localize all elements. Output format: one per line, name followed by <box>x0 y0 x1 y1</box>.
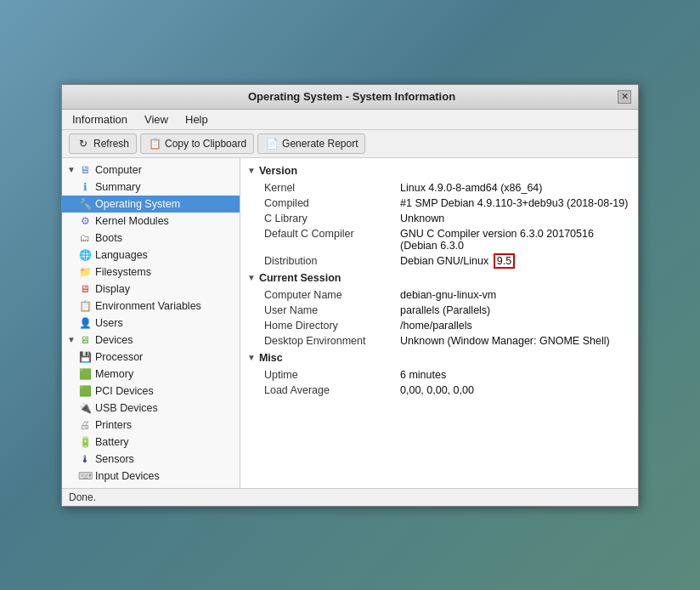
sidebar-item-usb[interactable]: 🔌 USB Devices <box>62 400 240 417</box>
sidebar-item-kernel[interactable]: ⚙ Kernel Modules <box>62 213 240 230</box>
section-misc[interactable]: ▼ Misc <box>240 349 638 367</box>
sidebar-item-os[interactable]: 🔧 Operating System <box>62 196 240 213</box>
sidebar-item-sensors[interactable]: 🌡 Sensors <box>62 451 240 468</box>
misc-expand-icon: ▼ <box>247 353 256 362</box>
row-uptime: Uptime 6 minutes <box>240 367 638 383</box>
username-field-label: User Name <box>264 304 400 316</box>
compiled-field-label: Compiled <box>264 197 400 209</box>
section-version[interactable]: ▼ Version <box>240 162 638 180</box>
sidebar-item-battery[interactable]: 🔋 Battery <box>62 434 240 451</box>
row-compiled: Compiled #1 SMP Debian 4.9.110-3+deb9u3 … <box>240 196 638 211</box>
menubar: Information View Help <box>62 110 638 130</box>
username-field-value: parallels (Parallels) <box>400 304 631 316</box>
version-expand-icon: ▼ <box>247 166 256 175</box>
summary-icon: ℹ <box>77 180 93 194</box>
loadavg-field-value: 0,00, 0,00, 0,00 <box>400 384 631 396</box>
os-label: Operating System <box>95 198 180 210</box>
distribution-version-highlighted: 9.5 <box>494 253 515 269</box>
uptime-field-value: 6 minutes <box>400 369 631 381</box>
row-desktop: Desktop Environment Unknown (Window Mana… <box>240 333 638 349</box>
pci-icon: 🟩 <box>77 384 93 398</box>
sidebar-item-filesystems[interactable]: 📁 Filesystems <box>62 264 240 281</box>
devices-label: Devices <box>95 334 133 346</box>
generate-report-button[interactable]: 📄 Generate Report <box>257 133 365 154</box>
detail-pane: ▼ Version Kernel Linux 4.9.0-8-amd64 (x8… <box>240 158 638 488</box>
memory-label: Memory <box>95 368 133 380</box>
input-label: Input Devices <box>95 470 160 482</box>
defaultcc-field-label: Default C Compiler <box>264 228 400 252</box>
report-label: Generate Report <box>282 138 358 150</box>
session-expand-icon: ▼ <box>247 273 256 282</box>
row-computername: Computer Name debian-gnu-linux-vm <box>240 287 638 303</box>
sidebar-item-input[interactable]: ⌨ Input Devices <box>62 468 240 485</box>
sidebar: ▼ 🖥 Computer ℹ Summary 🔧 Operating Syste… <box>62 158 240 488</box>
boot-icon: 🗂 <box>77 231 93 245</box>
display-icon: 🖥 <box>77 282 93 296</box>
menu-help[interactable]: Help <box>182 111 212 128</box>
kernel-icon: ⚙ <box>77 214 93 228</box>
sidebar-item-devices[interactable]: ▼ 🖥 Devices <box>62 332 240 349</box>
computername-field-value: debian-gnu-linux-vm <box>400 289 631 301</box>
sidebar-item-printers[interactable]: 🖨 Printers <box>62 417 240 434</box>
refresh-button[interactable]: ↻ Refresh <box>69 133 137 154</box>
row-loadavg: Load Average 0,00, 0,00, 0,00 <box>240 383 638 398</box>
sensors-icon: 🌡 <box>77 452 93 466</box>
devices-expand-arrow: ▼ <box>65 335 77 344</box>
usb-icon: 🔌 <box>77 401 93 415</box>
statusbar: Done. <box>62 488 638 506</box>
menu-view[interactable]: View <box>141 111 172 128</box>
envvar-icon: 📋 <box>77 299 93 313</box>
menu-information[interactable]: Information <box>69 111 131 128</box>
processor-label: Processor <box>95 351 143 363</box>
row-kernel: Kernel Linux 4.9.0-8-amd64 (x86_64) <box>240 180 638 196</box>
os-icon: 🔧 <box>77 197 93 211</box>
clibrary-field-label: C Library <box>264 213 400 224</box>
desktop-field-value: Unknown (Window Manager: GNOME Shell) <box>400 335 631 347</box>
distribution-field-value: Debian GNU/Linux 9.5 <box>400 255 631 267</box>
sidebar-item-languages[interactable]: 🌐 Languages <box>62 247 240 264</box>
kernel-field-label: Kernel <box>264 182 400 194</box>
sensors-label: Sensors <box>95 453 134 465</box>
envvars-label: Environment Variables <box>95 300 201 312</box>
users-icon: 👤 <box>77 316 93 330</box>
boots-label: Boots <box>95 232 122 244</box>
display-label: Display <box>95 283 130 295</box>
sidebar-item-users[interactable]: 👤 Users <box>62 315 240 332</box>
row-homedir: Home Directory /home/parallels <box>240 318 638 333</box>
row-clibrary: C Library Unknown <box>240 211 638 226</box>
sidebar-item-boots[interactable]: 🗂 Boots <box>62 230 240 247</box>
filesystems-label: Filesystems <box>95 266 151 278</box>
sidebar-item-memory[interactable]: 🟩 Memory <box>62 366 240 383</box>
sidebar-item-pci[interactable]: 🟩 PCI Devices <box>62 383 240 400</box>
sidebar-item-envvars[interactable]: 📋 Environment Variables <box>62 298 240 315</box>
sidebar-item-computer[interactable]: ▼ 🖥 Computer <box>62 162 240 179</box>
clibrary-field-value: Unknown <box>400 213 631 224</box>
sidebar-item-display[interactable]: 🖥 Display <box>62 281 240 298</box>
users-label: Users <box>95 317 123 329</box>
version-section-label: Version <box>259 165 297 177</box>
kernel-label: Kernel Modules <box>95 215 169 227</box>
section-current-session[interactable]: ▼ Current Session <box>240 269 638 287</box>
refresh-label: Refresh <box>93 138 129 150</box>
computer-expand-arrow: ▼ <box>65 165 77 174</box>
copy-to-clipboard-button[interactable]: 📋 Copy to Clipboard <box>140 133 254 154</box>
report-icon: 📄 <box>265 137 279 150</box>
usb-label: USB Devices <box>95 402 158 414</box>
homedir-field-value: /home/parallels <box>400 320 631 332</box>
sidebar-item-summary[interactable]: ℹ Summary <box>62 179 240 196</box>
close-button[interactable]: ✕ <box>618 90 631 104</box>
uptime-field-label: Uptime <box>264 369 400 381</box>
main-content: ▼ 🖥 Computer ℹ Summary 🔧 Operating Syste… <box>62 158 638 488</box>
row-defaultcc: Default C Compiler GNU C Compiler versio… <box>240 226 638 253</box>
distribution-base-value: Debian GNU/Linux <box>400 255 488 267</box>
window-title: Operating System - System Information <box>86 90 618 103</box>
status-text: Done. <box>69 491 96 503</box>
languages-label: Languages <box>95 249 148 261</box>
distribution-field-label: Distribution <box>264 255 400 267</box>
copy-label: Copy to Clipboard <box>165 138 246 150</box>
computer-label: Computer <box>95 164 142 176</box>
desktop-field-label: Desktop Environment <box>264 335 400 347</box>
kernel-field-value: Linux 4.9.0-8-amd64 (x86_64) <box>400 182 631 194</box>
refresh-icon: ↻ <box>76 137 90 150</box>
sidebar-item-processor[interactable]: 💾 Processor <box>62 349 240 366</box>
